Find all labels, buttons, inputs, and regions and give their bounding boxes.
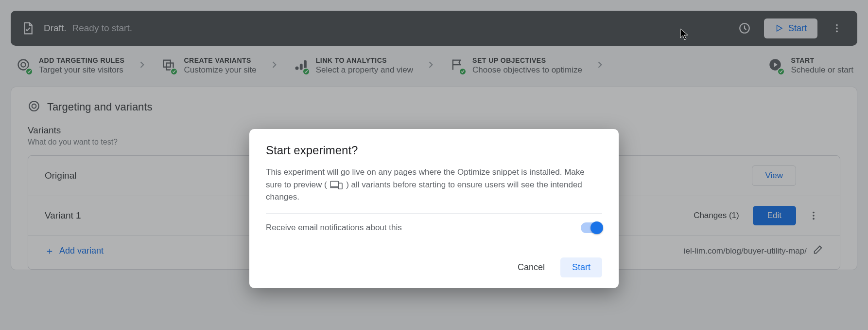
svg-rect-21 xyxy=(339,183,342,189)
dialog-title: Start experiment? xyxy=(266,144,602,157)
divider xyxy=(266,213,602,214)
email-notifications-toggle[interactable] xyxy=(581,222,602,233)
cancel-button[interactable]: Cancel xyxy=(511,257,552,277)
dialog-body: This experiment will go live on any page… xyxy=(266,166,602,203)
notification-label: Receive email notifications about this xyxy=(266,223,581,233)
start-experiment-dialog: Start experiment? This experiment will g… xyxy=(249,129,619,288)
devices-icon xyxy=(329,180,344,190)
dialog-start-button[interactable]: Start xyxy=(560,257,602,277)
modal-scrim[interactable]: Start experiment? This experiment will g… xyxy=(0,0,868,330)
svg-rect-20 xyxy=(330,182,339,187)
